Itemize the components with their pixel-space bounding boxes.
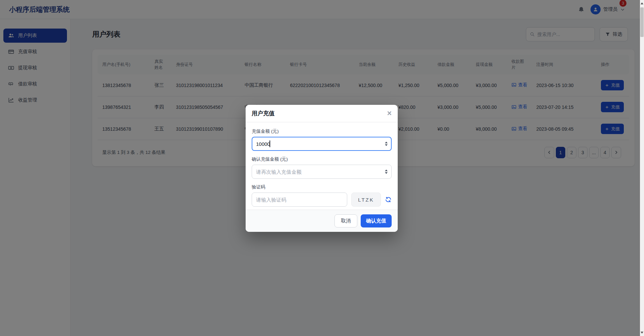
confirm-recharge-button[interactable]: 确认充值 [361, 214, 392, 227]
cancel-button[interactable]: 取消 [334, 214, 357, 227]
captcha-label: 验证码 [252, 184, 392, 190]
number-stepper[interactable] [385, 170, 388, 174]
close-icon[interactable]: × [387, 110, 392, 117]
spinner-up-icon [385, 142, 388, 143]
modal-footer: 取消 确认充值 [246, 210, 398, 232]
scrollbar-up-icon[interactable] [641, 2, 643, 4]
modal-body: 充值金额 (元) 确认充值金额 (元) 验证码 LTZK [246, 122, 398, 210]
refresh-icon[interactable] [385, 196, 392, 203]
recharge-amount-input[interactable] [252, 137, 392, 151]
scrollbar-down-icon[interactable] [641, 332, 643, 334]
amount-label: 充值金额 (元) [252, 128, 392, 134]
number-stepper[interactable] [385, 142, 388, 146]
text-caret [270, 140, 270, 147]
modal-header: 用户充值 × [246, 105, 398, 122]
modal-title: 用户充值 [252, 110, 275, 117]
spinner-down-icon [385, 144, 388, 146]
amount-field [252, 137, 392, 151]
spinner-down-icon [385, 172, 388, 174]
captcha-field: LTZK [252, 193, 392, 207]
scrollbar-thumb[interactable] [640, 7, 644, 37]
captcha-input[interactable] [252, 193, 347, 207]
captcha-code: LTZK [351, 193, 381, 207]
browser-scrollbar[interactable] [640, 0, 644, 336]
recharge-modal: 用户充值 × 充值金额 (元) 确认充值金额 (元) 验证码 LTZK 取消 确… [246, 105, 398, 232]
spinner-up-icon [385, 170, 388, 171]
confirm-amount-field [252, 165, 392, 179]
confirm-amount-label: 确认充值金额 (元) [252, 156, 392, 162]
confirm-amount-input[interactable] [252, 165, 392, 179]
